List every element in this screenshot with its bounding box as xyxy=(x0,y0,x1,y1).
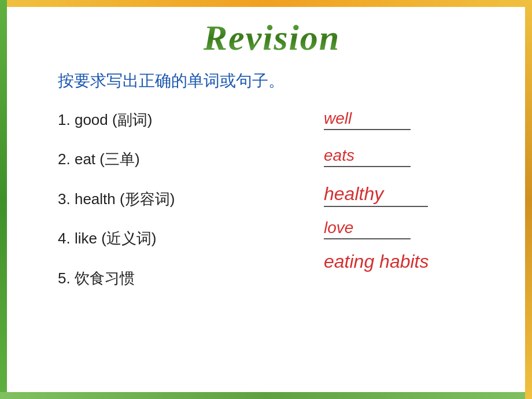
question-num: 1. xyxy=(58,111,71,128)
subtitle: 按要求写出正确的单词或句子。 xyxy=(58,70,497,92)
answer-item: eats xyxy=(324,146,497,167)
answer-item: eating habits xyxy=(324,251,497,272)
border-top xyxy=(0,0,532,7)
answer-item: healthy xyxy=(324,183,497,207)
question-text: 饮食习惯 xyxy=(75,270,135,287)
page-title: Revision xyxy=(204,18,340,57)
answers-column: well eats healthy love eating habits xyxy=(301,109,497,308)
answer-text: healthy xyxy=(324,183,428,207)
list-item: 2. eat (三单) xyxy=(58,149,301,169)
answer-item: love xyxy=(324,219,497,239)
answer-text: eats xyxy=(324,146,411,167)
question-text: health (形容词) xyxy=(75,190,175,208)
question-num: 2. xyxy=(58,150,71,168)
question-num: 5. xyxy=(58,269,71,287)
question-num: 3. xyxy=(58,190,71,208)
list-item: 5. 饮食习惯 xyxy=(58,268,301,289)
slide: Revision 按要求写出正确的单词或句子。 1. good (副词) 2. … xyxy=(0,0,532,399)
main-content: Revision 按要求写出正确的单词或句子。 1. good (副词) 2. … xyxy=(0,0,532,319)
border-right xyxy=(525,0,532,399)
question-text: like (近义词) xyxy=(75,230,157,247)
answer-text: eating habits xyxy=(324,251,428,272)
list-item: 4. like (近义词) xyxy=(58,228,301,249)
question-text: good (副词) xyxy=(75,111,152,128)
title-area: Revision xyxy=(46,17,497,58)
border-bottom xyxy=(0,392,532,399)
answer-text: well xyxy=(324,109,411,130)
border-left xyxy=(0,0,7,399)
answer-text: love xyxy=(324,219,411,239)
exercise-area: 1. good (副词) 2. eat (三单) 3. health (形容词)… xyxy=(46,109,497,308)
list-item: 3. health (形容词) xyxy=(58,189,301,209)
questions-column: 1. good (副词) 2. eat (三单) 3. health (形容词)… xyxy=(46,109,301,308)
question-text: eat (三单) xyxy=(75,150,140,168)
question-num: 4. xyxy=(58,230,71,247)
list-item: 1. good (副词) xyxy=(58,109,301,130)
answer-item: well xyxy=(324,109,497,130)
